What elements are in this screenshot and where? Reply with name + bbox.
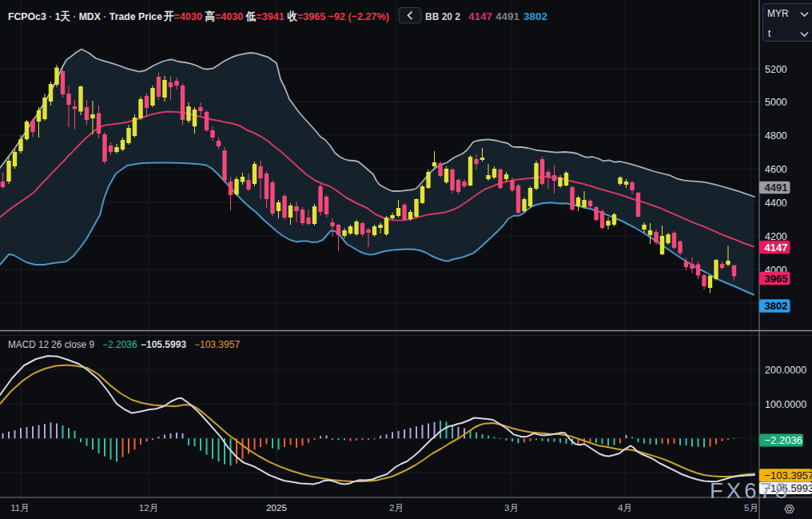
svg-text:4491: 4491 <box>496 10 520 22</box>
svg-text:FX678: FX678 <box>710 478 790 503</box>
svg-text:4147: 4147 <box>765 242 788 254</box>
svg-text:4491: 4491 <box>765 182 788 194</box>
svg-text:4月: 4月 <box>618 503 632 513</box>
svg-text:12月: 12月 <box>139 503 158 513</box>
svg-text:−103.3957: −103.3957 <box>194 339 240 350</box>
svg-text:200.0000: 200.0000 <box>765 365 806 376</box>
svg-text:3802: 3802 <box>765 300 788 312</box>
svg-text:5月: 5月 <box>744 503 758 513</box>
svg-text:−2.2036: −2.2036 <box>102 339 137 350</box>
svg-text:FCPOc3 · 1天 · MDX · Trade Pric: FCPOc3 · 1天 · MDX · Trade Price <box>8 10 162 22</box>
svg-text:3月: 3月 <box>504 503 519 513</box>
svg-text:2月: 2月 <box>389 503 404 513</box>
svg-text:MYR: MYR <box>767 8 789 19</box>
svg-text:MACD 12 26 close 9: MACD 12 26 close 9 <box>8 339 94 350</box>
svg-text:−105.5993: −105.5993 <box>141 339 186 350</box>
svg-text:100.0000: 100.0000 <box>765 399 806 410</box>
svg-text:BB 20 2: BB 20 2 <box>425 10 460 22</box>
svg-text:4800: 4800 <box>765 130 787 142</box>
svg-text:5000: 5000 <box>765 97 787 108</box>
svg-text:5200: 5200 <box>765 64 787 75</box>
svg-text:2025: 2025 <box>266 503 287 513</box>
svg-text:4400: 4400 <box>765 198 787 209</box>
svg-text:4600: 4600 <box>765 164 787 175</box>
svg-text:3802: 3802 <box>523 10 547 22</box>
svg-text:4147: 4147 <box>468 10 492 22</box>
svg-text:开=4030 高=4030 低=3941 收=3965 −9: 开=4030 高=4030 低=3941 收=3965 −92 (−2.27%) <box>163 10 389 22</box>
svg-text:11月: 11月 <box>10 503 29 513</box>
svg-text:4200: 4200 <box>765 231 787 242</box>
svg-text:−2.2036: −2.2036 <box>765 434 802 446</box>
svg-text:3965: 3965 <box>765 273 788 285</box>
